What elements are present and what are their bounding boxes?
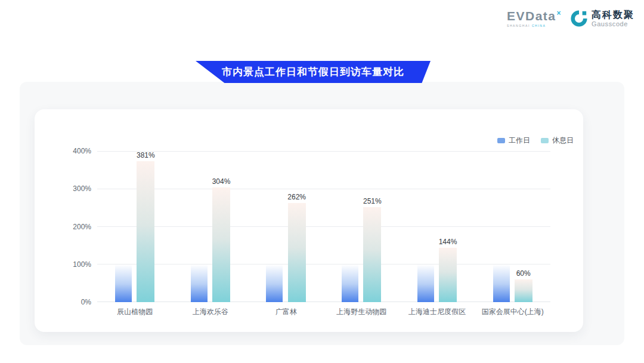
bar-column bbox=[115, 151, 132, 302]
brand-logos: EVData× SHANGHAI CHINA 高科数聚 Gausscode bbox=[507, 10, 634, 27]
legend-label: 休息日 bbox=[552, 136, 574, 146]
bar-group-5: 60% bbox=[475, 151, 550, 302]
bar-group-2: 262% bbox=[248, 151, 324, 302]
bar-工作日-上海欢乐谷[interactable] bbox=[191, 264, 208, 302]
bar-column: 60% bbox=[515, 151, 532, 302]
bar-column bbox=[493, 151, 510, 302]
value-label-144%: 144% bbox=[439, 238, 457, 246]
evdata-x-mark: × bbox=[556, 9, 562, 17]
chart-legend: 工作日休息日 bbox=[497, 136, 574, 146]
content-panel: 工作日休息日 0%100%200%300%400%381%304%262%251… bbox=[20, 82, 624, 345]
y-axis-tick-300%: 300% bbox=[55, 184, 91, 193]
bar-group-3: 251% bbox=[324, 151, 400, 302]
bar-column bbox=[191, 151, 208, 302]
bar-group-0: 381% bbox=[97, 151, 173, 302]
bar-groups: 381%304%262%251%144%60% bbox=[97, 151, 550, 302]
y-axis-tick-400%: 400% bbox=[55, 147, 91, 155]
value-label-304%: 304% bbox=[212, 177, 231, 186]
bar-休息日-广富林[interactable] bbox=[288, 203, 306, 302]
x-axis-label-上海迪士尼度假区: 上海迪士尼度假区 bbox=[400, 307, 475, 317]
legend-label: 工作日 bbox=[509, 136, 530, 146]
bar-休息日-上海野生动物园[interactable] bbox=[363, 207, 381, 302]
x-axis-label-国家会展中心(上海): 国家会展中心(上海) bbox=[475, 307, 550, 317]
bar-工作日-国家会展中心(上海)[interactable] bbox=[493, 264, 510, 302]
gausscode-name-en: Gausscode bbox=[592, 20, 634, 27]
bar-column: 262% bbox=[287, 151, 306, 302]
y-axis-tick-200%: 200% bbox=[55, 223, 91, 231]
x-axis-label-上海野生动物园: 上海野生动物园 bbox=[324, 307, 400, 317]
bar-column bbox=[342, 151, 358, 302]
value-label-381%: 381% bbox=[137, 151, 155, 159]
y-axis-tick-0%: 0% bbox=[55, 298, 91, 306]
bar-休息日-上海欢乐谷[interactable] bbox=[212, 187, 230, 302]
gausscode-name-cn: 高科数聚 bbox=[592, 10, 634, 20]
bar-column: 144% bbox=[439, 151, 457, 302]
bar-工作日-辰山植物园[interactable] bbox=[115, 264, 132, 302]
bar-group-4: 144% bbox=[400, 151, 475, 302]
bar-工作日-上海迪士尼度假区[interactable] bbox=[417, 264, 434, 302]
bar-工作日-广富林[interactable] bbox=[266, 264, 283, 302]
value-label-60%: 60% bbox=[516, 269, 531, 278]
chart-title-banner: 市内景点工作日和节假日到访车量对比 bbox=[196, 61, 431, 83]
bar-休息日-辰山植物园[interactable] bbox=[137, 161, 154, 302]
legend-swatch bbox=[497, 138, 505, 143]
bar-column bbox=[266, 151, 283, 302]
page-title: 市内景点工作日和节假日到访车量对比 bbox=[222, 65, 404, 79]
gausscode-g-icon bbox=[570, 10, 588, 27]
gausscode-logo: 高科数聚 Gausscode bbox=[570, 10, 634, 27]
x-axis-labels: 辰山植物园上海欢乐谷广富林上海野生动物园上海迪士尼度假区国家会展中心(上海) bbox=[97, 307, 550, 317]
y-axis-tick-100%: 100% bbox=[55, 260, 91, 269]
evdata-text: EVData bbox=[507, 9, 556, 23]
evdata-logo: EVData× SHANGHAI CHINA bbox=[507, 10, 562, 27]
bar-column: 381% bbox=[137, 151, 155, 302]
bar-休息日-国家会展中心(上海)[interactable] bbox=[515, 279, 532, 302]
legend-swatch bbox=[541, 138, 549, 143]
evdata-tagline: SHANGHAI CHINA bbox=[507, 24, 546, 27]
x-axis-label-辰山植物园: 辰山植物园 bbox=[97, 307, 173, 317]
x-axis-label-广富林: 广富林 bbox=[248, 307, 324, 317]
bar-column: 251% bbox=[363, 151, 382, 302]
bar-column: 304% bbox=[212, 151, 231, 302]
bar-group-1: 304% bbox=[173, 151, 249, 302]
value-label-251%: 251% bbox=[363, 197, 382, 205]
bar-休息日-上海迪士尼度假区[interactable] bbox=[439, 248, 457, 302]
x-axis-label-上海欢乐谷: 上海欢乐谷 bbox=[173, 307, 249, 317]
value-label-262%: 262% bbox=[287, 193, 306, 201]
evdata-wordmark: EVData× bbox=[507, 10, 562, 22]
legend-item-1[interactable]: 休息日 bbox=[541, 136, 574, 146]
bar-column bbox=[417, 151, 434, 302]
chart-plot-area: 0%100%200%300%400%381%304%262%251%144%60… bbox=[97, 151, 550, 302]
chart-card: 工作日休息日 0%100%200%300%400%381%304%262%251… bbox=[35, 109, 583, 332]
legend-item-0[interactable]: 工作日 bbox=[497, 136, 530, 146]
bar-工作日-上海野生动物园[interactable] bbox=[342, 264, 358, 302]
